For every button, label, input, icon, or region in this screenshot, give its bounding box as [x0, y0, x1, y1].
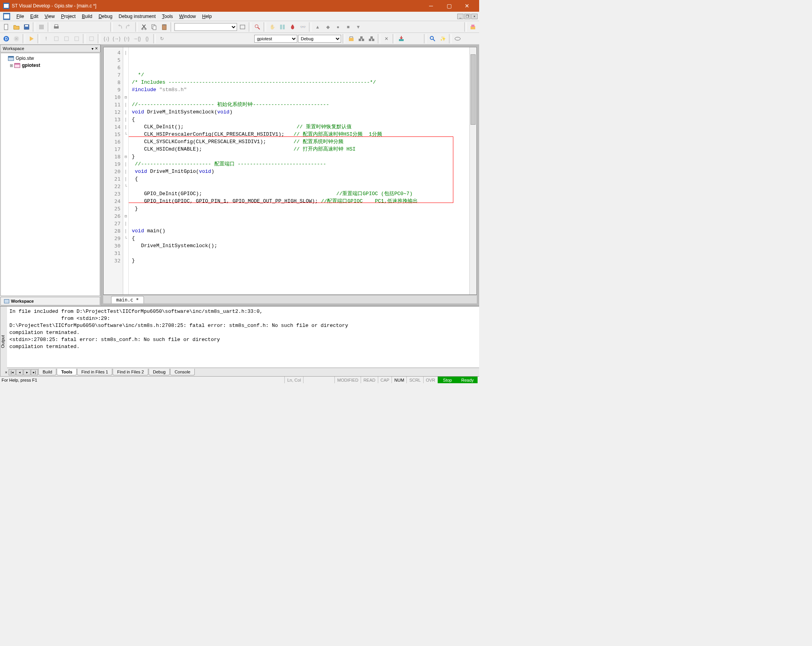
code-line[interactable] [132, 264, 466, 272]
menu-window[interactable]: Window [176, 13, 199, 20]
code-line[interactable]: } [132, 153, 466, 160]
output-nav-first[interactable]: |◂ [9, 369, 16, 375]
tool-c-button[interactable]: ● [333, 22, 343, 32]
step-button-2[interactable] [62, 34, 71, 43]
find-in-files-button[interactable] [253, 22, 262, 32]
code-content[interactable]: *//* Includes --------------------------… [129, 47, 469, 294]
fold-column[interactable]: | ⊟||||└ ⊟|||└ ⊟||└ [123, 47, 129, 294]
workspace-close-button[interactable]: × [95, 46, 98, 51]
code-line[interactable] [132, 212, 466, 220]
output-nav-next[interactable]: ▸ [23, 369, 31, 375]
menu-debug[interactable]: Debug [95, 13, 115, 20]
code-line[interactable]: void main() [132, 227, 466, 235]
ellipse-icon[interactable] [453, 34, 462, 43]
output-tab-find-in-files-1[interactable]: Find in Files 1 [77, 369, 112, 375]
menu-file[interactable]: File [13, 13, 27, 20]
code-line[interactable]: #include "stm8s.h" [132, 86, 466, 93]
find-button[interactable] [238, 22, 247, 32]
editor-tab-main[interactable]: main.c * [111, 296, 144, 303]
code-line[interactable]: GPIO_Init(GPIOC, GPIO_PIN_1, GPIO_MODE_O… [132, 197, 466, 205]
code-line[interactable]: */ [132, 71, 466, 79]
binoculars-icon[interactable]: 👓 [298, 22, 307, 32]
code-line[interactable]: //------------------------- 初始化系统时钟-----… [132, 101, 466, 108]
target-combo[interactable]: gpiotest [254, 35, 297, 43]
tree-project[interactable]: ⊞ gpiotest [9, 62, 98, 69]
menu-project[interactable]: Project [58, 13, 79, 20]
programmer-icon[interactable] [468, 22, 478, 32]
save-all-button[interactable] [37, 22, 46, 32]
output-tab-build[interactable]: Build [38, 369, 56, 375]
code-line[interactable] [132, 279, 466, 287]
menu-edit[interactable]: Edit [27, 13, 41, 20]
rebuild-button[interactable] [367, 34, 376, 43]
compile-button[interactable] [347, 34, 356, 43]
status-stop-button[interactable]: Stop [438, 377, 458, 383]
config-combo[interactable]: Debug [298, 35, 341, 43]
new-file-button[interactable] [2, 22, 11, 32]
step-asm-button[interactable]: {} [142, 34, 152, 43]
print-button[interactable] [52, 22, 61, 32]
open-file-button[interactable] [12, 22, 21, 32]
step-into-button[interactable]: {↓} [102, 34, 111, 43]
code-line[interactable]: void DriveM_InitSystemclock(void) [132, 108, 466, 116]
mdi-minimize-button[interactable]: _ [457, 14, 463, 19]
build-button[interactable] [357, 34, 366, 43]
menu-view[interactable]: View [41, 13, 58, 20]
code-line[interactable]: /* Includes ----------------------------… [132, 79, 466, 86]
step-button-4[interactable] [87, 34, 96, 43]
scrollbar-thumb[interactable] [471, 54, 476, 125]
code-line[interactable] [132, 249, 466, 257]
code-editor[interactable]: 4567891011121314151617181920212223242526… [103, 47, 477, 295]
code-line[interactable]: } [132, 257, 466, 264]
code-line[interactable]: DriveM_InitSystemclock(); [132, 242, 466, 249]
workspace-tree[interactable]: Gpio.stw ⊞ gpiotest [0, 53, 100, 296]
code-line[interactable]: GPIO_DeInit(GPIOC); //重置端口GPIOC (包括PC0~7… [132, 190, 466, 197]
code-line[interactable] [132, 93, 466, 101]
output-nav-prev[interactable]: ◂ [16, 369, 23, 375]
expand-icon[interactable]: ⊞ [9, 63, 14, 68]
code-line[interactable]: CLK_HSICmd(ENABLE); // 打开内部高速时钟 HSI [132, 145, 466, 153]
pin-icon[interactable]: ▾ [92, 47, 93, 51]
undo-button[interactable] [114, 22, 124, 32]
step-out-button[interactable]: {↑} [122, 34, 131, 43]
find-combo[interactable] [174, 23, 237, 31]
step-button-1[interactable] [52, 34, 61, 43]
code-line[interactable]: CLK_DeInit(); // 重置时钟恢复默认值 [132, 123, 466, 131]
tool-d-button[interactable]: ■ [343, 22, 353, 32]
paste-button[interactable] [160, 22, 169, 32]
mdi-close-button[interactable]: × [471, 14, 478, 19]
wiz-button[interactable]: ✨ [438, 34, 447, 43]
tool-a-button[interactable]: ▲ [313, 22, 322, 32]
code-line[interactable]: } [132, 205, 466, 212]
tool-e-button[interactable]: ▼ [354, 22, 363, 32]
menu-build[interactable]: Build [79, 13, 95, 20]
output-nav-last[interactable]: ▸| [31, 369, 38, 375]
menu-debug-instrument[interactable]: Debug instrument [115, 13, 159, 20]
run-button[interactable] [27, 34, 36, 43]
copy-button[interactable] [149, 22, 159, 32]
minimize-button[interactable]: ─ [422, 0, 440, 12]
code-line[interactable]: CLK_SYSCLKConfig(CLK_PRESCALER_HSIDIV1);… [132, 138, 466, 145]
code-line[interactable]: void DriveM_InitGpio(void) [132, 168, 466, 175]
code-line[interactable]: { [132, 175, 466, 183]
menu-tools[interactable]: Tools [159, 13, 176, 20]
redo-button[interactable] [124, 22, 134, 32]
step-over-button[interactable]: {→} [112, 34, 121, 43]
clean-button[interactable]: ✕ [382, 34, 391, 43]
code-line[interactable] [132, 220, 466, 227]
output-close-button[interactable]: × [5, 370, 7, 375]
code-line[interactable]: { [132, 235, 466, 242]
output-tab-find-in-files-2[interactable]: Find in Files 2 [113, 369, 148, 375]
menu-help[interactable]: Help [199, 13, 215, 20]
cut-button[interactable] [139, 22, 149, 32]
output-tab-console[interactable]: Console [170, 369, 194, 375]
bookmark-toggle-button[interactable] [278, 22, 287, 32]
output-text[interactable]: In file included from D:\ProjectTest\IIC… [7, 307, 479, 368]
run-to-cursor-button[interactable]: →{} [132, 34, 142, 43]
download-button[interactable] [397, 34, 406, 43]
code-line[interactable] [132, 272, 466, 279]
tool-b-button[interactable]: ◆ [323, 22, 332, 32]
output-tab-tools[interactable]: Tools [57, 369, 77, 375]
workspace-tab[interactable]: Workspace [0, 297, 100, 305]
save-button[interactable] [22, 22, 31, 32]
